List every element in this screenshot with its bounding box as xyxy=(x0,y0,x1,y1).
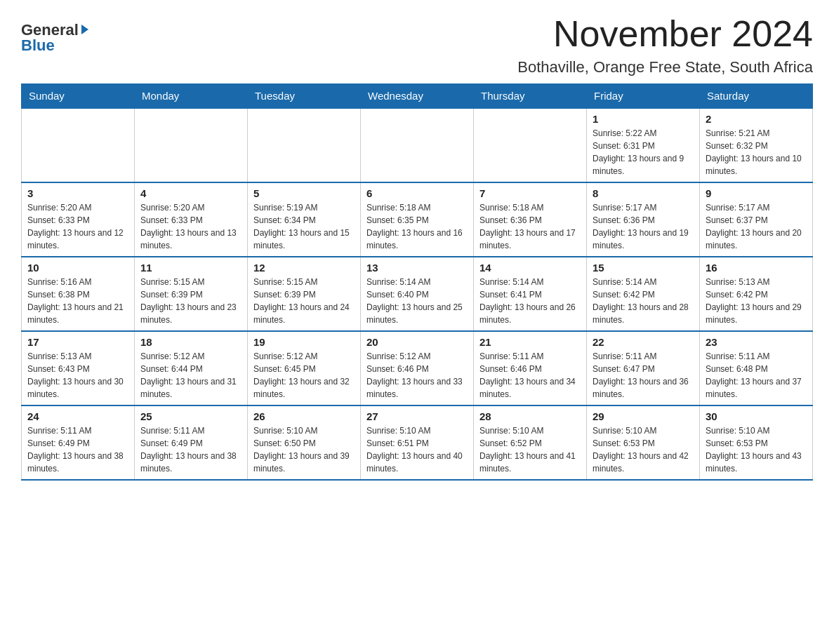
day-info: Sunrise: 5:17 AMSunset: 6:37 PMDaylight:… xyxy=(706,201,807,252)
day-cell: 19Sunrise: 5:12 AMSunset: 6:45 PMDayligh… xyxy=(248,331,361,405)
day-cell: 22Sunrise: 5:11 AMSunset: 6:47 PMDayligh… xyxy=(587,331,700,405)
day-info: Sunrise: 5:12 AMSunset: 6:44 PMDaylight:… xyxy=(140,350,241,401)
day-cell: 13Sunrise: 5:14 AMSunset: 6:40 PMDayligh… xyxy=(361,257,474,331)
day-cell: 10Sunrise: 5:16 AMSunset: 6:38 PMDayligh… xyxy=(22,257,135,331)
day-info: Sunrise: 5:13 AMSunset: 6:43 PMDaylight:… xyxy=(27,350,128,401)
day-info: Sunrise: 5:20 AMSunset: 6:33 PMDaylight:… xyxy=(140,201,241,252)
day-info: Sunrise: 5:11 AMSunset: 6:47 PMDaylight:… xyxy=(593,350,694,401)
day-info: Sunrise: 5:22 AMSunset: 6:31 PMDaylight:… xyxy=(593,127,694,177)
day-number: 13 xyxy=(366,262,468,274)
title-area: November 2024 Bothaville, Orange Free St… xyxy=(517,14,813,76)
day-number: 6 xyxy=(366,187,468,199)
day-number: 8 xyxy=(593,187,694,199)
day-number: 7 xyxy=(479,187,581,199)
day-info: Sunrise: 5:19 AMSunset: 6:34 PMDaylight:… xyxy=(253,201,355,252)
day-cell: 28Sunrise: 5:10 AMSunset: 6:52 PMDayligh… xyxy=(474,405,587,480)
day-number: 14 xyxy=(479,262,581,274)
header-saturday: Saturday xyxy=(700,84,813,109)
header-thursday: Thursday xyxy=(474,84,587,109)
day-number: 3 xyxy=(27,187,128,199)
header-tuesday: Tuesday xyxy=(248,84,361,109)
day-cell: 16Sunrise: 5:13 AMSunset: 6:42 PMDayligh… xyxy=(700,257,813,331)
day-number: 25 xyxy=(140,410,241,422)
day-info: Sunrise: 5:14 AMSunset: 6:42 PMDaylight:… xyxy=(593,276,694,326)
header-sunday: Sunday xyxy=(22,84,135,109)
day-cell: 9Sunrise: 5:17 AMSunset: 6:37 PMDaylight… xyxy=(700,182,813,257)
day-cell: 14Sunrise: 5:14 AMSunset: 6:41 PMDayligh… xyxy=(474,257,587,331)
day-info: Sunrise: 5:18 AMSunset: 6:36 PMDaylight:… xyxy=(479,201,581,252)
day-info: Sunrise: 5:12 AMSunset: 6:46 PMDaylight:… xyxy=(366,350,468,401)
day-cell: 23Sunrise: 5:11 AMSunset: 6:48 PMDayligh… xyxy=(700,331,813,405)
day-cell: 29Sunrise: 5:10 AMSunset: 6:53 PMDayligh… xyxy=(587,405,700,480)
day-cell: 27Sunrise: 5:10 AMSunset: 6:51 PMDayligh… xyxy=(361,405,474,480)
day-cell: 17Sunrise: 5:13 AMSunset: 6:43 PMDayligh… xyxy=(22,331,135,405)
day-info: Sunrise: 5:10 AMSunset: 6:50 PMDaylight:… xyxy=(253,424,355,475)
day-info: Sunrise: 5:16 AMSunset: 6:38 PMDaylight:… xyxy=(27,276,128,326)
header-wednesday: Wednesday xyxy=(361,84,474,109)
day-number: 24 xyxy=(27,410,128,422)
week-row-4: 24Sunrise: 5:11 AMSunset: 6:49 PMDayligh… xyxy=(22,405,813,480)
day-number: 1 xyxy=(593,113,694,125)
day-cell: 25Sunrise: 5:11 AMSunset: 6:49 PMDayligh… xyxy=(135,405,248,480)
day-info: Sunrise: 5:17 AMSunset: 6:36 PMDaylight:… xyxy=(593,201,694,252)
day-number: 28 xyxy=(479,410,581,422)
day-number: 19 xyxy=(253,336,355,348)
day-cell: 6Sunrise: 5:18 AMSunset: 6:35 PMDaylight… xyxy=(361,182,474,257)
day-cell xyxy=(135,108,248,182)
day-info: Sunrise: 5:21 AMSunset: 6:32 PMDaylight:… xyxy=(706,127,807,177)
day-info: Sunrise: 5:10 AMSunset: 6:51 PMDaylight:… xyxy=(366,424,468,475)
week-row-3: 17Sunrise: 5:13 AMSunset: 6:43 PMDayligh… xyxy=(22,331,813,405)
day-info: Sunrise: 5:10 AMSunset: 6:53 PMDaylight:… xyxy=(593,424,694,475)
day-number: 12 xyxy=(253,262,355,274)
day-number: 5 xyxy=(253,187,355,199)
day-info: Sunrise: 5:14 AMSunset: 6:41 PMDaylight:… xyxy=(479,276,581,326)
day-cell: 1Sunrise: 5:22 AMSunset: 6:31 PMDaylight… xyxy=(587,108,700,182)
day-cell: 4Sunrise: 5:20 AMSunset: 6:33 PMDaylight… xyxy=(135,182,248,257)
day-number: 30 xyxy=(706,410,807,422)
day-cell: 11Sunrise: 5:15 AMSunset: 6:39 PMDayligh… xyxy=(135,257,248,331)
day-cell: 24Sunrise: 5:11 AMSunset: 6:49 PMDayligh… xyxy=(22,405,135,480)
day-cell xyxy=(361,108,474,182)
day-cell: 26Sunrise: 5:10 AMSunset: 6:50 PMDayligh… xyxy=(248,405,361,480)
day-number: 26 xyxy=(253,410,355,422)
location-title: Bothaville, Orange Free State, South Afr… xyxy=(517,58,813,76)
day-number: 27 xyxy=(366,410,468,422)
week-row-1: 3Sunrise: 5:20 AMSunset: 6:33 PMDaylight… xyxy=(22,182,813,257)
day-cell: 12Sunrise: 5:15 AMSunset: 6:39 PMDayligh… xyxy=(248,257,361,331)
page-header: General Blue November 2024 Bothaville, O… xyxy=(21,14,813,76)
day-cell: 20Sunrise: 5:12 AMSunset: 6:46 PMDayligh… xyxy=(361,331,474,405)
day-cell xyxy=(248,108,361,182)
day-cell: 8Sunrise: 5:17 AMSunset: 6:36 PMDaylight… xyxy=(587,182,700,257)
day-number: 16 xyxy=(706,262,807,274)
day-info: Sunrise: 5:14 AMSunset: 6:40 PMDaylight:… xyxy=(366,276,468,326)
week-row-0: 1Sunrise: 5:22 AMSunset: 6:31 PMDaylight… xyxy=(22,108,813,182)
day-info: Sunrise: 5:18 AMSunset: 6:35 PMDaylight:… xyxy=(366,201,468,252)
day-info: Sunrise: 5:10 AMSunset: 6:53 PMDaylight:… xyxy=(706,424,807,475)
day-info: Sunrise: 5:10 AMSunset: 6:52 PMDaylight:… xyxy=(479,424,581,475)
day-info: Sunrise: 5:11 AMSunset: 6:49 PMDaylight:… xyxy=(140,424,241,475)
day-cell xyxy=(22,108,135,182)
day-cell: 21Sunrise: 5:11 AMSunset: 6:46 PMDayligh… xyxy=(474,331,587,405)
day-info: Sunrise: 5:11 AMSunset: 6:46 PMDaylight:… xyxy=(479,350,581,401)
day-number: 23 xyxy=(706,336,807,348)
day-info: Sunrise: 5:11 AMSunset: 6:48 PMDaylight:… xyxy=(706,350,807,401)
logo-blue-text: Blue xyxy=(21,36,88,55)
logo-arrow-icon xyxy=(81,25,88,34)
week-row-2: 10Sunrise: 5:16 AMSunset: 6:38 PMDayligh… xyxy=(22,257,813,331)
day-cell: 2Sunrise: 5:21 AMSunset: 6:32 PMDaylight… xyxy=(700,108,813,182)
day-cell xyxy=(474,108,587,182)
day-info: Sunrise: 5:15 AMSunset: 6:39 PMDaylight:… xyxy=(140,276,241,326)
calendar-table: SundayMondayTuesdayWednesdayThursdayFrid… xyxy=(21,83,813,481)
day-number: 29 xyxy=(593,410,694,422)
day-cell: 18Sunrise: 5:12 AMSunset: 6:44 PMDayligh… xyxy=(135,331,248,405)
day-cell: 30Sunrise: 5:10 AMSunset: 6:53 PMDayligh… xyxy=(700,405,813,480)
day-number: 10 xyxy=(27,262,128,274)
day-info: Sunrise: 5:20 AMSunset: 6:33 PMDaylight:… xyxy=(27,201,128,252)
day-number: 22 xyxy=(593,336,694,348)
header-friday: Friday xyxy=(587,84,700,109)
logo: General Blue xyxy=(21,21,88,55)
day-info: Sunrise: 5:15 AMSunset: 6:39 PMDaylight:… xyxy=(253,276,355,326)
day-number: 18 xyxy=(140,336,241,348)
day-number: 17 xyxy=(27,336,128,348)
month-title: November 2024 xyxy=(517,14,813,54)
